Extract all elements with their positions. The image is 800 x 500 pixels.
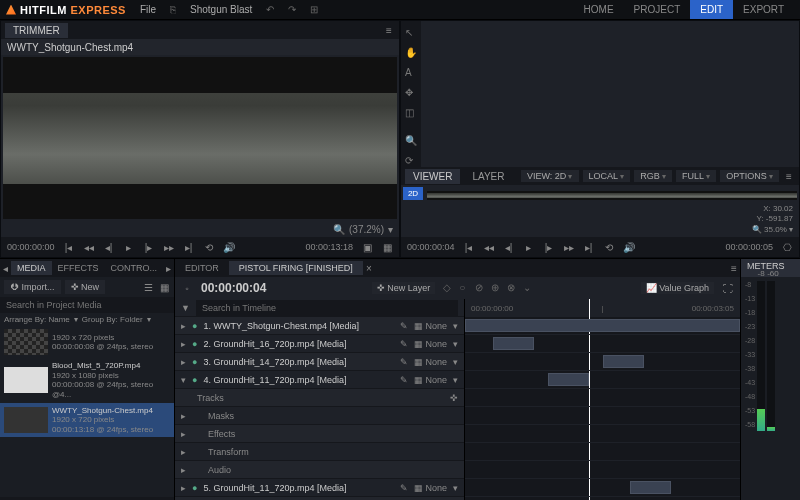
tl-icon-6[interactable]: ⌄ (523, 282, 535, 294)
new-button[interactable]: ✜ New (65, 280, 106, 294)
arrange-dropdown[interactable]: Arrange By: Name (4, 315, 70, 324)
step-fwd-icon[interactable]: ▸▸ (163, 241, 175, 253)
clip[interactable] (603, 355, 644, 368)
insert-icon[interactable]: ▣ (361, 241, 373, 253)
loop-icon[interactable]: ⟲ (203, 241, 215, 253)
group-row[interactable]: ▸Masks (175, 407, 464, 425)
v-volume-icon[interactable]: 🔊 (623, 241, 635, 253)
zoom-icon[interactable]: 🔍 (405, 135, 417, 147)
layer-row[interactable]: ▸●5. GroundHit_11_720p.mp4 [Media]✎▦ Non… (175, 479, 464, 497)
media-tab[interactable]: MEDIA (11, 261, 52, 275)
viewer-2d-tab[interactable]: 2D (403, 187, 423, 200)
nav-home[interactable]: HOME (574, 0, 624, 19)
tracks-row[interactable]: Tracks✜ (175, 389, 464, 407)
play-icon[interactable]: ▸ (123, 241, 135, 253)
group-dropdown[interactable]: Group By: Folder (82, 315, 143, 324)
v-step-fwd-icon[interactable]: ▸▸ (563, 241, 575, 253)
nav-edit[interactable]: EDIT (690, 0, 733, 19)
value-graph-button[interactable]: 📈 Value Graph (641, 282, 714, 294)
mask-icon[interactable]: ◫ (405, 107, 417, 119)
v-loop-icon[interactable]: ⟲ (603, 241, 615, 253)
hand-icon[interactable]: ✋ (405, 47, 417, 59)
grid-view-icon[interactable]: ▦ (158, 281, 170, 293)
timeline-ruler[interactable]: 00:00:00:00|00:00:03:05 (465, 299, 740, 317)
viewer-menu-icon[interactable]: ≡ (783, 170, 795, 182)
v-goto-start-icon[interactable]: |◂ (463, 241, 475, 253)
timeline[interactable]: 00:00:00:00|00:00:03:05 (465, 299, 740, 500)
volume-icon[interactable]: 🔊 (223, 241, 235, 253)
media-search-input[interactable] (0, 297, 174, 313)
tl-icon-3[interactable]: ⊘ (475, 282, 487, 294)
viewer-tab[interactable]: VIEWER (405, 169, 460, 184)
goto-start-icon[interactable]: |◂ (63, 241, 75, 253)
refresh-icon[interactable]: ⟳ (405, 155, 417, 167)
move-icon[interactable]: ✥ (405, 87, 417, 99)
text-icon[interactable]: A (405, 67, 417, 79)
v-next-frame-icon[interactable]: |▸ (543, 241, 555, 253)
media-item[interactable]: 1920 x 720 pixels00:00:00:08 @ 24fps, st… (0, 326, 174, 358)
media-item[interactable]: Blood_Mist_5_720P.mp41920 x 1080 pixels0… (0, 358, 174, 402)
comp-tab[interactable]: PISTOL FIRING [FINISHED] (229, 261, 363, 275)
nav-export[interactable]: EXPORT (733, 0, 794, 19)
add-track-icon[interactable]: ✜ (450, 393, 458, 403)
goto-end-icon[interactable]: ▸| (183, 241, 195, 253)
controls-tab[interactable]: CONTRO... (105, 261, 164, 275)
blend-mode[interactable]: ▦ None (414, 321, 447, 331)
editor-timecode[interactable]: 00:00:00:04 (201, 281, 266, 295)
group-row[interactable]: ▸Audio (175, 461, 464, 479)
v-goto-end-icon[interactable]: ▸| (583, 241, 595, 253)
layer-tab[interactable]: LAYER (464, 169, 512, 184)
layer-row[interactable]: ▸●3. GroundHit_14_720p.mp4 [Media]✎▦ Non… (175, 353, 464, 371)
tl-icon-4[interactable]: ⊕ (491, 282, 503, 294)
channel-dropdown[interactable]: RGB (634, 170, 672, 182)
layer-row[interactable]: ▸●1. WWTY_Shotgun-Chest.mp4 [Media]✎▦ No… (175, 317, 464, 335)
next-frame-icon[interactable]: |▸ (143, 241, 155, 253)
tl-icon-1[interactable]: ◇ (443, 282, 455, 294)
group-row[interactable]: ▸Transform (175, 443, 464, 461)
grid-icon[interactable]: ⊞ (310, 4, 318, 15)
group-row[interactable]: ▸Effects (175, 425, 464, 443)
list-view-icon[interactable]: ☰ (142, 281, 154, 293)
blend-icon[interactable]: ✎ (400, 321, 408, 331)
editor-menu-icon[interactable]: ≡ (728, 262, 740, 274)
trimmer-tab[interactable]: TRIMMER (5, 23, 68, 38)
quality-dropdown[interactable]: FULL (676, 170, 716, 182)
redo-icon[interactable]: ↷ (288, 4, 296, 15)
media-item[interactable]: WWTY_Shotgun-Chest.mp41920 x 720 pixels0… (0, 403, 174, 438)
v-prev-frame-icon[interactable]: ◂| (503, 241, 515, 253)
view-mode-dropdown[interactable]: VIEW: 2D (521, 170, 579, 182)
import-button[interactable]: ⮋ Import... (4, 280, 61, 294)
v-play-icon[interactable]: ▸ (523, 241, 535, 253)
timeline-search-input[interactable] (196, 300, 458, 316)
viewer-viewport[interactable] (427, 191, 797, 200)
media-prev-icon[interactable]: ◂ (0, 262, 11, 274)
chevron-down-icon[interactable]: ▾ (388, 224, 393, 235)
overlay-icon[interactable]: ▦ (381, 241, 393, 253)
search-icon[interactable]: 🔍 (333, 224, 345, 235)
space-dropdown[interactable]: LOCAL (583, 170, 631, 182)
clip[interactable] (630, 481, 671, 494)
filter-icon[interactable]: ▼ (181, 303, 190, 313)
v-step-back-icon[interactable]: ◂◂ (483, 241, 495, 253)
layer-row[interactable]: ▸●2. GroundHit_16_720p.mp4 [Media]✎▦ Non… (175, 335, 464, 353)
menu-project-name[interactable]: Shotgun Blast (190, 4, 252, 15)
marker-icon[interactable]: ◦ (181, 282, 193, 294)
tl-icon-2[interactable]: ○ (459, 282, 471, 294)
menu-file[interactable]: File (140, 4, 156, 15)
v-opts-icon[interactable]: ⎔ (781, 241, 793, 253)
options-dropdown[interactable]: OPTIONS (720, 170, 779, 182)
expand-icon[interactable]: ⛶ (722, 282, 734, 294)
new-layer-button[interactable]: ✜ New Layer (372, 282, 436, 294)
media-next-icon[interactable]: ▸ (163, 262, 174, 274)
editor-tab[interactable]: EDITOR (175, 261, 229, 275)
nav-project[interactable]: PROJECT (624, 0, 691, 19)
trimmer-menu-icon[interactable]: ≡ (383, 24, 395, 36)
trimmer-zoom[interactable]: (37.2%) (349, 224, 384, 235)
trimmer-viewport[interactable] (3, 57, 397, 219)
prev-frame-icon[interactable]: ◂| (103, 241, 115, 253)
pointer-icon[interactable]: ↖ (405, 27, 417, 39)
undo-icon[interactable]: ↶ (266, 4, 274, 15)
effects-tab[interactable]: EFFECTS (52, 261, 105, 275)
step-back-icon[interactable]: ◂◂ (83, 241, 95, 253)
close-tab-icon[interactable]: × (363, 262, 375, 274)
